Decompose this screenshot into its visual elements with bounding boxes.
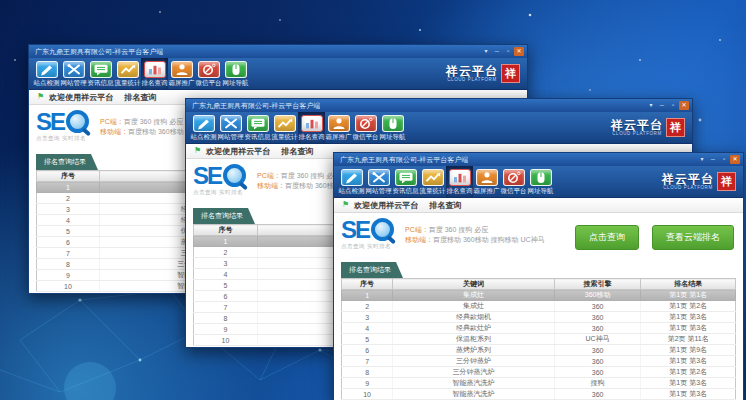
pc-engines-value: 百度 360 搜狗 必应 [429, 226, 489, 233]
toolbar-item-rank-query[interactable]: 排名查询 [446, 166, 473, 197]
skin-button[interactable]: ▾ [481, 47, 491, 56]
toolbar-item-site-nav[interactable]: 网址导航 [379, 112, 406, 143]
tab-rank-results[interactable]: 排名查询结果 [36, 154, 98, 170]
table-cell: UC神马 [554, 334, 641, 345]
toolbar-item-news-info[interactable]: 资讯信息 [87, 58, 114, 89]
wechat-platform-icon [198, 61, 220, 78]
toolbar-item-site-nav[interactable]: 网址导航 [222, 58, 249, 89]
toolbar-item-label: 网站管理 [218, 133, 244, 142]
news-info-icon [90, 61, 112, 78]
desktop-background: 广东九鼎王厨具有限公司-祥云平台客户端 ▾ ─ ▫ ✕ 站点检测网站管理资讯信息… [0, 0, 746, 400]
welcome-page-label: 排名查询 [429, 200, 461, 211]
maximize-button[interactable]: ▫ [719, 155, 729, 164]
tab-rank-results[interactable]: 排名查询结果 [341, 262, 403, 278]
column-header: 搜索引擎 [554, 279, 641, 290]
table-cell: 2 [37, 193, 100, 204]
toolbar-item-label: 微信平台 [501, 187, 527, 196]
toolbar-item-site-check[interactable]: 站点检测 [338, 166, 365, 197]
seo-logo-text: SE [36, 110, 64, 134]
main-toolbar: 站点检测网站管理资讯信息流量统计排名查询霸屏推广微信平台网址导航 祥云平台 CL… [334, 166, 743, 198]
cloud-rank-button[interactable]: 查看云端排名 [652, 225, 734, 250]
table-cell: 8 [194, 313, 258, 324]
toolbar-item-traffic-stats[interactable]: 流量统计 [271, 112, 298, 143]
close-button[interactable]: ✕ [679, 101, 689, 110]
flag-icon: ⚑ [194, 147, 201, 155]
table-row[interactable]: 9智能蒸汽洗炉搜狗第1页 第3名 [342, 378, 736, 389]
close-button[interactable]: ✕ [730, 155, 740, 164]
table-row[interactable]: 6蒸烤炉系列360第1页 第9名 [342, 345, 736, 356]
brand-subtitle: CLOUD PLATFORM [447, 77, 497, 82]
maximize-button[interactable]: ▫ [503, 47, 513, 56]
toolbar-item-traffic-stats[interactable]: 流量统计 [419, 166, 446, 197]
table-cell: 4 [342, 323, 393, 334]
query-button[interactable]: 点击查询 [575, 225, 639, 250]
minimize-button[interactable]: ─ [492, 47, 502, 56]
table-row[interactable]: 3经典款烟机360第1页 第3名 [342, 312, 736, 323]
brand-name: 祥云平台 [662, 173, 714, 185]
magnifier-icon [223, 164, 247, 188]
table-row[interactable]: 2集成灶360第1页 第2名 [342, 301, 736, 312]
column-header: 序号 [342, 279, 393, 290]
toolbar-item-site-manage[interactable]: 网站管理 [365, 166, 392, 197]
table-row[interactable]: 7三分钟蒸炉360第1页 第3名 [342, 356, 736, 367]
table-row[interactable]: 8三分钟蒸汽炉360第1页 第2名 [342, 367, 736, 378]
table-cell: 1 [342, 290, 393, 301]
window-titlebar[interactable]: 广东九鼎王厨具有限公司-祥云平台客户端 ▾ ─ ▫ ✕ [186, 99, 692, 112]
toolbar-item-traffic-stats[interactable]: 流量统计 [114, 58, 141, 89]
maximize-button[interactable]: ▫ [668, 101, 678, 110]
toolbar-item-news-info[interactable]: 资讯信息 [392, 166, 419, 197]
toolbar-item-wechat-platform[interactable]: 微信平台 [352, 112, 379, 143]
table-cell: 经典款烟机 [393, 312, 555, 323]
minimize-button[interactable]: ─ [657, 101, 667, 110]
table-cell: 第1页 第1名 [641, 290, 736, 301]
table-cell: 智能蒸汽洗炉 [393, 389, 555, 400]
toolbar-item-label: 霸屏推广 [326, 133, 352, 142]
table-cell: 6 [194, 291, 258, 302]
table-cell: 7 [194, 302, 258, 313]
tab-rank-results[interactable]: 排名查询结果 [193, 208, 255, 224]
window-titlebar[interactable]: 广东九鼎王厨具有限公司-祥云平台客户端 ▾ ─ ▫ ✕ [29, 45, 527, 58]
toolbar-item-site-check[interactable]: 站点检测 [190, 112, 217, 143]
seo-logo: SE 点击查询 实时排名 [341, 218, 395, 250]
close-button[interactable]: ✕ [514, 47, 524, 56]
window-title: 广东九鼎王厨具有限公司-祥云平台客户端 [192, 101, 320, 111]
content-area: SE 点击查询 实时排名 PC端：百度 360 搜狗 必应 移动端：百度移动 3… [334, 213, 743, 400]
table-cell: 经典款灶炉 [393, 323, 555, 334]
table-row[interactable]: 5保温柜系列UC神马第2页 第11名 [342, 334, 736, 345]
column-header: 序号 [37, 171, 100, 182]
welcome-text: 欢迎使用祥云平台 [354, 200, 418, 211]
window-titlebar[interactable]: 广东九鼎王厨具有限公司-祥云平台客户端 ▾ ─ ▫ ✕ [334, 153, 743, 166]
toolbar-item-promotion[interactable]: 霸屏推广 [473, 166, 500, 197]
skin-button[interactable]: ▾ [697, 155, 707, 164]
toolbar-item-site-nav[interactable]: 网址导航 [527, 166, 554, 197]
table-cell: 7 [342, 356, 393, 367]
toolbar-item-promotion[interactable]: 霸屏推广 [325, 112, 352, 143]
toolbar-item-site-manage[interactable]: 网站管理 [60, 58, 87, 89]
table-cell: 2 [342, 301, 393, 312]
toolbar-item-rank-query[interactable]: 排名查询 [141, 58, 168, 89]
table-cell: 360 [554, 312, 641, 323]
toolbar-item-site-check[interactable]: 站点检测 [33, 58, 60, 89]
toolbar-item-wechat-platform[interactable]: 微信平台 [500, 166, 527, 197]
skin-button[interactable]: ▾ [646, 101, 656, 110]
main-toolbar: 站点检测网站管理资讯信息流量统计排名查询霸屏推广微信平台网址导航 祥云平台 CL… [29, 58, 527, 90]
brand-name: 祥云平台 [611, 119, 663, 131]
table-row[interactable]: 1集成灶360移动第1页 第1名 [342, 290, 736, 301]
toolbar-item-rank-query[interactable]: 排名查询 [298, 112, 325, 143]
toolbar-item-label: 排名查询 [299, 133, 325, 142]
toolbar-item-promotion[interactable]: 霸屏推广 [168, 58, 195, 89]
table-cell: 1 [37, 182, 100, 193]
brand-seal-icon: 祥 [501, 64, 520, 83]
table-row[interactable]: 10智能蒸汽洗炉360第1页 第3名 [342, 389, 736, 400]
toolbar-item-news-info[interactable]: 资讯信息 [244, 112, 271, 143]
table-row[interactable]: 4经典款灶炉360第1页 第3名 [342, 323, 736, 334]
minimize-button[interactable]: ─ [708, 155, 718, 164]
table-cell: 三分钟蒸汽炉 [393, 367, 555, 378]
brand-subtitle: CLOUD PLATFORM [663, 185, 713, 190]
table-cell: 360 [554, 345, 641, 356]
site-nav-icon [530, 169, 552, 186]
table-cell: 360 [554, 389, 641, 400]
toolbar-item-wechat-platform[interactable]: 微信平台 [195, 58, 222, 89]
toolbar-item-label: 微信平台 [196, 79, 222, 88]
toolbar-item-site-manage[interactable]: 网站管理 [217, 112, 244, 143]
